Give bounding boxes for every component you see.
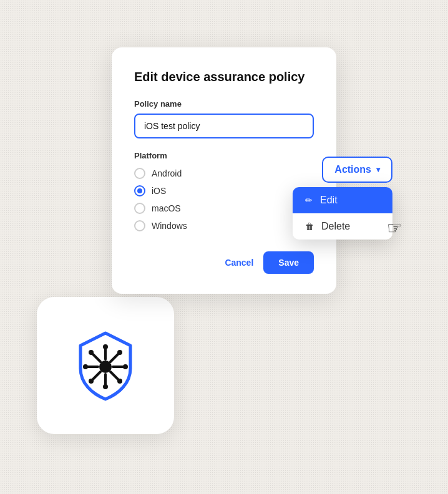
chevron-down-icon: ▾ — [376, 165, 380, 174]
svg-point-14 — [117, 379, 122, 384]
radio-circle-ios — [134, 185, 145, 196]
svg-line-7 — [110, 354, 119, 362]
dropdown-label-delete: Delete — [321, 221, 350, 232]
radio-circle-macos — [134, 203, 145, 214]
radio-label-windows: Windows — [152, 221, 187, 231]
edit-icon: ✏ — [305, 195, 313, 205]
modal-card: Edit device assurance policy Policy name… — [112, 47, 336, 294]
dropdown-label-edit: Edit — [320, 195, 338, 206]
svg-point-12 — [123, 364, 128, 369]
device-assurance-logo — [68, 328, 143, 403]
radio-label-ios: iOS — [152, 186, 166, 196]
radio-macos[interactable]: macOS — [134, 203, 314, 214]
platform-radio-group: Android iOS macOS Windows — [134, 168, 314, 231]
radio-android[interactable]: Android — [134, 168, 314, 179]
actions-button-label: Actions — [334, 164, 371, 175]
svg-line-8 — [92, 372, 100, 380]
svg-point-16 — [89, 379, 94, 384]
radio-label-macos: macOS — [152, 203, 181, 213]
platform-label: Platform — [134, 151, 314, 160]
policy-name-label: Policy name — [134, 99, 314, 109]
modal-title: Edit device assurance policy — [134, 70, 314, 84]
save-button[interactable]: Save — [263, 251, 314, 274]
svg-point-11 — [83, 364, 88, 369]
svg-line-6 — [110, 372, 119, 380]
radio-ios[interactable]: iOS — [134, 185, 314, 196]
svg-point-13 — [89, 350, 94, 355]
policy-name-input[interactable] — [134, 114, 314, 138]
dropdown-menu: ✏ Edit 🗑 Delete — [293, 187, 392, 240]
svg-line-5 — [92, 354, 100, 362]
svg-point-15 — [117, 350, 122, 355]
dropdown-item-delete[interactable]: 🗑 Delete — [293, 213, 392, 240]
trash-icon: 🗑 — [305, 221, 314, 231]
modal-actions: Cancel Save — [134, 251, 314, 274]
svg-point-9 — [103, 344, 108, 349]
radio-circle-windows — [134, 220, 145, 231]
svg-point-10 — [103, 384, 108, 389]
radio-label-android: Android — [152, 168, 182, 178]
actions-button[interactable]: Actions ▾ — [322, 157, 392, 183]
dropdown-item-edit[interactable]: ✏ Edit — [293, 187, 392, 213]
cancel-button[interactable]: Cancel — [222, 253, 256, 273]
radio-windows[interactable]: Windows — [134, 220, 314, 231]
radio-circle-android — [134, 168, 145, 179]
logo-card — [37, 297, 174, 434]
